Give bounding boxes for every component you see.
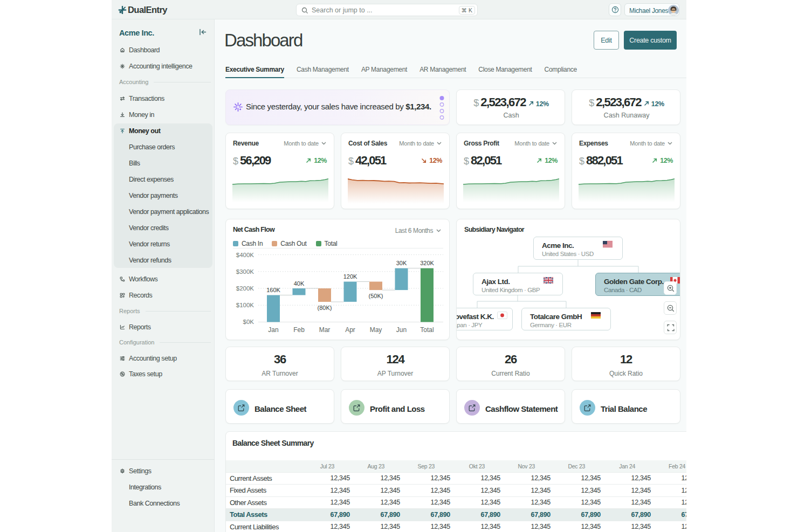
svg-text:Mar: Mar [319,326,331,334]
svg-text:May: May [370,326,382,334]
svg-text:30K: 30K [396,260,407,266]
svg-text:$300K: $300K [236,268,254,275]
svg-text:$400K: $400K [236,252,254,258]
svg-text:$100K: $100K [236,302,254,308]
svg-text:$200K: $200K [236,285,254,292]
svg-text:(80K): (80K) [318,305,332,311]
svg-text:Feb: Feb [293,326,305,334]
svg-text:320K: 320K [420,260,434,266]
svg-text:$0K: $0K [243,319,254,325]
svg-text:Jan: Jan [268,326,278,334]
svg-text:Apr: Apr [345,326,355,334]
svg-text:(50K): (50K) [369,293,383,299]
svg-text:Total: Total [420,326,434,334]
svg-text:160K: 160K [266,287,280,293]
svg-text:Jun: Jun [396,326,407,334]
svg-text:120K: 120K [343,273,357,280]
svg-text:40K: 40K [294,280,305,287]
